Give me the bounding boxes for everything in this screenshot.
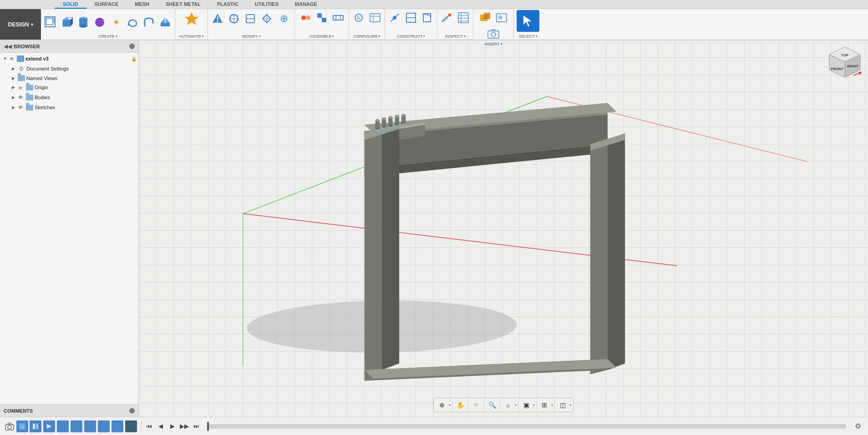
insert-btn3[interactable] xyxy=(486,26,501,42)
modify-btn2[interactable] xyxy=(226,11,242,26)
tab-solid[interactable]: SOLID xyxy=(55,0,86,9)
create-coil-button[interactable] xyxy=(125,15,140,30)
eye-icon-sketches[interactable]: 👁 xyxy=(17,104,24,111)
timeline-icon5[interactable] xyxy=(84,420,96,432)
create-sphere-button[interactable] xyxy=(92,15,107,30)
visibility-root[interactable]: 👁 xyxy=(8,55,15,62)
expand-named-views[interactable]: ▶ xyxy=(10,76,16,81)
insert-label[interactable]: INSERT▾ xyxy=(485,42,503,46)
move-tool-button[interactable]: ⊕ xyxy=(436,399,448,411)
doc-icon-root xyxy=(17,56,24,62)
collapse-sidebar-icon[interactable]: ◀◀ xyxy=(4,43,12,50)
inspect-btn2[interactable] xyxy=(456,10,471,25)
view-cube-btn[interactable]: □ xyxy=(16,420,28,432)
svg-marker-5 xyxy=(63,17,70,20)
expand-root[interactable]: ▼ xyxy=(2,56,8,61)
playback-play[interactable]: ▶ xyxy=(167,421,178,432)
timeline-icon1[interactable] xyxy=(30,420,41,432)
assemble-btn1[interactable] xyxy=(298,10,313,25)
create-group-label[interactable]: CREATE▾ xyxy=(98,34,117,39)
tree-item-sketches[interactable]: ▶ 👁 Sketches xyxy=(0,102,138,112)
tab-manage[interactable]: MANAGE xyxy=(287,0,325,9)
create-torus-button[interactable]: ✦ xyxy=(108,15,124,30)
viewport[interactable]: TOP FRONT RIGHT ⊕ ▾ ✋ ☞ 🔍 ⌕ ▾ ▣ ▾ ⊞ ▾ ◫ … xyxy=(139,40,868,417)
create-pipe-button[interactable] xyxy=(141,15,157,30)
timeline-track[interactable] xyxy=(207,424,846,429)
eye-icon-bodies[interactable]: 👁 xyxy=(17,94,24,101)
tree-item-root[interactable]: ▼ 👁 extend v3 🔒 xyxy=(0,54,138,64)
tree-item-named-views[interactable]: ▶ Named Views xyxy=(0,74,138,82)
expand-sketches[interactable]: ▶ xyxy=(10,105,16,110)
timeline-icon8[interactable] xyxy=(125,420,137,432)
timeline-icon6[interactable] xyxy=(98,420,110,432)
timeline-icon4[interactable] xyxy=(71,420,82,432)
panels-button[interactable]: ◫ xyxy=(556,399,569,411)
automate-button[interactable] xyxy=(183,10,201,28)
playback-first[interactable]: ⏮ xyxy=(143,421,154,432)
tree-item-origin[interactable]: ▶ ◉ Origin xyxy=(0,82,138,92)
construct-btn2[interactable] xyxy=(403,10,419,25)
zoom-fit-button[interactable]: ⌕ xyxy=(502,399,514,411)
assemble-label[interactable]: ASSEMBLE▾ xyxy=(310,34,335,39)
tab-utilities[interactable]: UTILITIES xyxy=(247,0,287,9)
svg-point-18 xyxy=(217,21,218,22)
inspect-label[interactable]: INSPECT▾ xyxy=(445,34,466,39)
svg-point-92 xyxy=(392,126,396,129)
orbit-tool-button[interactable]: ☞ xyxy=(470,399,482,411)
create-box-button[interactable] xyxy=(59,15,75,30)
playback-last[interactable]: ⏭ xyxy=(191,421,202,432)
tab-surface[interactable]: SURFACE xyxy=(86,0,127,9)
settings-button[interactable]: ⚙ xyxy=(852,420,864,433)
playback-next[interactable]: ▶▶ xyxy=(179,421,190,432)
timeline-icon7[interactable] xyxy=(112,420,123,432)
display-mode-button[interactable]: ▣ xyxy=(520,399,533,411)
design-button[interactable]: DESIGN ▾ xyxy=(0,9,41,40)
zoom-tool-button[interactable]: 🔍 xyxy=(486,399,498,411)
expand-bodies[interactable]: ▶ xyxy=(10,95,16,100)
sketches-label: Sketches xyxy=(35,105,55,110)
nav-cube[interactable]: TOP FRONT RIGHT xyxy=(826,45,863,82)
svg-marker-73 xyxy=(365,359,616,379)
select-label[interactable]: SELECT▾ xyxy=(519,34,538,39)
modify-btn1[interactable] xyxy=(210,11,225,26)
insert-btn2[interactable]: ⊕ xyxy=(494,10,509,25)
insert-btn1[interactable] xyxy=(477,10,493,25)
browser-options-icon[interactable]: ⊕ xyxy=(129,42,135,51)
modify-btn3[interactable] xyxy=(243,11,258,26)
tab-sheet-metal[interactable]: SHEET METAL xyxy=(157,0,209,9)
camera-icon-btn[interactable] xyxy=(4,420,15,432)
construct-btn1[interactable] xyxy=(387,10,402,25)
configure-btn2[interactable] xyxy=(367,10,383,25)
configure-btn1[interactable]: fx xyxy=(351,10,366,25)
toolbar-group-select: SELECT▾ xyxy=(514,9,542,40)
create-new-component-button[interactable] xyxy=(43,15,58,30)
construct-label[interactable]: CONSTRUCT▾ xyxy=(397,34,426,39)
assemble-btn2[interactable] xyxy=(314,10,330,25)
construct-btn3[interactable] xyxy=(420,10,435,25)
inspect-btn1[interactable] xyxy=(439,10,455,25)
svg-line-42 xyxy=(443,16,447,21)
select-button[interactable] xyxy=(517,10,539,32)
grid-button[interactable]: ⊞ xyxy=(538,399,551,411)
tree-item-bodies[interactable]: ▶ 👁 Bodies xyxy=(0,92,138,102)
modify-move-button[interactable]: ⊕ xyxy=(275,10,293,27)
tab-mesh[interactable]: MESH xyxy=(127,0,157,9)
create-extrude-button[interactable] xyxy=(157,15,173,30)
assemble-btn3[interactable] xyxy=(330,10,346,25)
pan-tool-button[interactable]: ✋ xyxy=(454,399,467,411)
tab-plastic[interactable]: PLASTIC xyxy=(209,0,247,9)
playback-prev[interactable]: ◀ xyxy=(155,421,166,432)
eye-closed-icon[interactable]: ◉ xyxy=(17,84,24,91)
configure-label[interactable]: CONFIGURE▾ xyxy=(353,34,381,39)
timeline-icon2[interactable] xyxy=(43,420,55,432)
create-cylinder-button[interactable] xyxy=(76,15,91,30)
modify-btn4[interactable] xyxy=(259,11,274,26)
tree-item-doc-settings[interactable]: ▶ ⚙ Document Settings xyxy=(0,64,138,74)
comments-expand-icon[interactable]: ⊕ xyxy=(129,406,135,415)
automate-label[interactable]: AUTOMATE▾ xyxy=(179,34,204,39)
expand-doc-settings[interactable]: ▶ xyxy=(10,66,16,71)
expand-origin[interactable]: ▶ xyxy=(10,85,16,90)
timeline-icon3[interactable] xyxy=(57,420,69,432)
modify-label[interactable]: MODIFY▾ xyxy=(242,34,261,39)
svg-marker-66 xyxy=(365,129,382,374)
